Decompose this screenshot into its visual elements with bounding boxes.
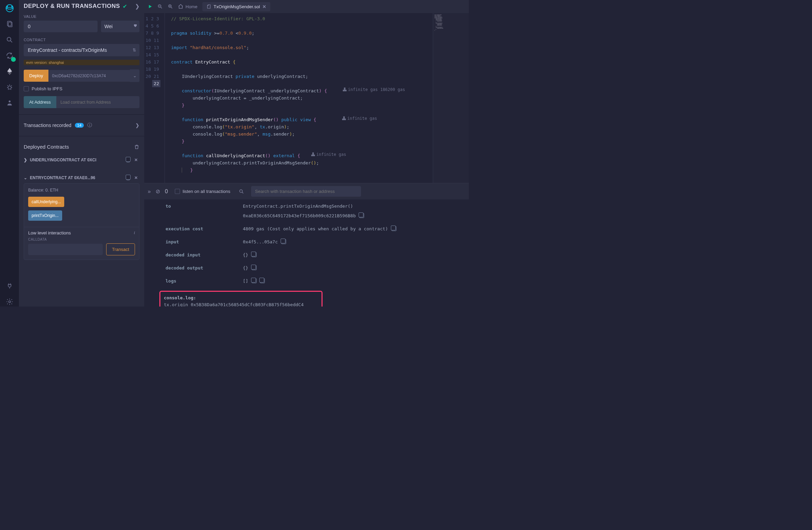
- deployed-contract-1-name: UNDERLYINGCONTRACT AT 0XCI: [30, 158, 97, 162]
- copy-icon[interactable]: [252, 265, 257, 270]
- pending-count: 0: [165, 188, 168, 195]
- console-log-box: console.log: tx.origin 0x5B38Da6a701c568…: [159, 291, 323, 307]
- tx-count-badge: 14: [75, 123, 84, 128]
- terminal-output[interactable]: toEntryContract.printTxOriginAndMsgSende…: [144, 199, 469, 307]
- run-icon[interactable]: [148, 4, 153, 9]
- deployed-contract-2-body: Balance: 0. ETH callUnderlying... printT…: [24, 183, 139, 260]
- minimap[interactable]: ████ ████████████ █████ ████████ ██████ …: [433, 13, 469, 183]
- file-tab-label: TxOriginMsgSender.sol: [214, 4, 260, 9]
- evm-version-tag: evm version: shanghai: [24, 60, 139, 65]
- contract-select[interactable]: EntryContract - contracts/TxOriginMs: [24, 44, 139, 56]
- transact-button[interactable]: Transact: [106, 243, 135, 255]
- settings-icon[interactable]: [5, 297, 14, 307]
- zoom-in-icon[interactable]: [168, 4, 173, 9]
- copy-icon[interactable]: [260, 278, 265, 283]
- detail-logs-value: []: [243, 278, 265, 285]
- svg-point-1: [7, 6, 8, 7]
- deployed-contract-2-name: ENTRYCONTRACT AT 0XAE0...96: [30, 175, 95, 180]
- value-label: VALUE: [19, 13, 144, 21]
- file-explorer-icon[interactable]: [5, 19, 14, 29]
- svg-point-2: [11, 6, 12, 7]
- svg-point-7: [9, 101, 11, 103]
- compile-icon[interactable]: [5, 51, 14, 60]
- detail-input-value: 0x4f5...05a7c: [243, 239, 286, 245]
- terminal-panel: » ⊘ 0 listen on all transactions toEntry…: [144, 183, 469, 307]
- detail-to-value: EntryContract.printTxOriginAndMsgSender(…: [243, 203, 353, 210]
- copy-icon[interactable]: [123, 174, 130, 181]
- svg-point-5: [7, 37, 11, 41]
- collapse-terminal-icon[interactable]: »: [148, 188, 151, 195]
- chevron-right-icon: ❯: [135, 123, 139, 128]
- publish-ipfs-label: Publish to IPFS: [32, 86, 63, 91]
- deploy-expand-button[interactable]: ⌄: [130, 69, 139, 82]
- icon-sidebar: [0, 0, 19, 307]
- file-tab[interactable]: TxOriginMsgSender.sol ✕: [202, 2, 270, 11]
- unit-select[interactable]: Wei: [101, 21, 139, 32]
- svg-point-11: [239, 189, 242, 192]
- copy-icon[interactable]: [392, 226, 396, 231]
- copy-icon[interactable]: [252, 278, 257, 283]
- svg-point-8: [9, 301, 11, 303]
- copy-icon[interactable]: [252, 252, 257, 257]
- deploy-button[interactable]: Deploy: [24, 70, 48, 82]
- zoom-out-icon[interactable]: [157, 4, 163, 9]
- deploy-panel: DEPLOY & RUN TRANSACTIONS ✔ ❯ VALUE Wei …: [19, 0, 144, 307]
- remix-logo-icon[interactable]: [5, 3, 14, 13]
- at-address-input[interactable]: [56, 96, 139, 108]
- copy-icon[interactable]: [359, 213, 364, 218]
- line-gutter: 1 2 3 4 5 6 7 8 9 10 11 12 13 14 15 16 1…: [144, 13, 165, 183]
- close-icon[interactable]: ✕: [133, 174, 139, 181]
- detail-logs-key: logs: [166, 278, 243, 285]
- detail-input-key: input: [166, 239, 243, 245]
- home-tab[interactable]: Home: [178, 4, 198, 9]
- listen-checkbox[interactable]: [175, 189, 180, 194]
- call-underlying-button[interactable]: callUnderlying...: [28, 197, 64, 207]
- deploy-icon[interactable]: [5, 67, 14, 76]
- value-input[interactable]: [24, 21, 98, 32]
- low-level-label: Low level interactions: [28, 230, 71, 235]
- close-tab-icon[interactable]: ✕: [262, 4, 266, 9]
- detail-decoded-output-key: decoded output: [166, 265, 243, 272]
- deploy-address: 0xcD6a42782d230D7c13A74: [48, 70, 130, 82]
- chevron-right-icon: ❯: [24, 158, 27, 162]
- close-icon[interactable]: ✕: [133, 157, 139, 163]
- chevron-down-icon: ⌄: [24, 175, 27, 180]
- plugin-manager-icon[interactable]: [5, 98, 14, 108]
- panel-collapse-icon[interactable]: ❯: [135, 3, 139, 10]
- code-editor[interactable]: 1 2 3 4 5 6 7 8 9 10 11 12 13 14 15 16 1…: [144, 13, 469, 183]
- publish-ipfs-checkbox[interactable]: [24, 86, 29, 91]
- info-icon[interactable]: i: [134, 230, 135, 235]
- terminal-search-icon[interactable]: [239, 189, 244, 194]
- detail-to-key: to: [166, 203, 243, 210]
- listen-label: listen on all transactions: [183, 189, 230, 194]
- contract-label: CONTRACT: [19, 36, 144, 44]
- calldata-input[interactable]: [28, 244, 103, 255]
- balance-text: Balance: 0. ETH: [28, 188, 135, 193]
- debugger-icon[interactable]: [5, 82, 14, 92]
- print-txorigin-button[interactable]: printTxOrigin...: [28, 210, 62, 221]
- console-log-line-1: tx.origin 0x5B38Da6a701c568545dCfcB03FcB…: [164, 301, 318, 307]
- home-tab-label: Home: [185, 4, 198, 9]
- transactions-recorded-row[interactable]: Transactions recorded 14 ⓘ ❯: [19, 121, 144, 130]
- copy-icon[interactable]: [123, 157, 130, 163]
- editor-topbar: Home TxOriginMsgSender.sol ✕: [144, 0, 469, 13]
- deployed-contract-2-header[interactable]: ⌄ ENTRYCONTRACT AT 0XAE0...96 ✕: [24, 172, 139, 183]
- console-log-header: console.log:: [164, 295, 318, 301]
- copy-icon[interactable]: [281, 239, 286, 244]
- info-icon[interactable]: ⓘ: [87, 122, 92, 128]
- tx-recorded-label: Transactions recorded: [24, 123, 71, 128]
- detail-exec-value: 4809 gas (Cost only applies when called …: [243, 226, 396, 232]
- at-address-button[interactable]: At Address: [24, 96, 56, 108]
- search-icon[interactable]: [5, 35, 14, 45]
- terminal-search-input[interactable]: [251, 186, 361, 197]
- svg-point-6: [8, 86, 11, 89]
- code-content: // SPDX-License-Identifier: GPL-3.0 prag…: [165, 13, 433, 183]
- deployed-contract-1-header[interactable]: ❯ UNDERLYINGCONTRACT AT 0XCI ✕: [24, 154, 139, 165]
- trash-icon[interactable]: [134, 144, 139, 150]
- plug-icon[interactable]: [5, 281, 14, 291]
- gas-note-constructor: infinite gas 186200 gas: [343, 87, 405, 92]
- deployed-contracts-header: Deployed Contracts: [24, 144, 69, 150]
- detail-decoded-input-key: decoded input: [166, 252, 243, 258]
- compiled-check-icon: ✔: [123, 3, 127, 10]
- clear-terminal-icon[interactable]: ⊘: [156, 188, 160, 195]
